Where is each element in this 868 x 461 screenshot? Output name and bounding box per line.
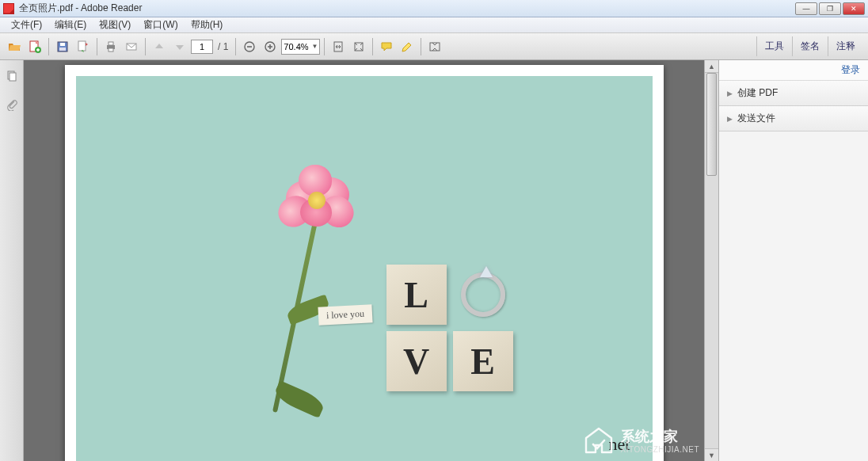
love-tag: i love you — [318, 304, 372, 326]
tile-letter-e: E — [453, 331, 513, 391]
pdf-page: i love you L V E net — [65, 65, 664, 461]
tile-letter-l: L — [386, 265, 447, 325]
document-viewport[interactable]: i love you L V E net 系统之家 XITONGZHIJIA.N… — [24, 60, 704, 461]
chevron-right-icon: ▶ — [727, 90, 733, 97]
close-button[interactable]: ✕ — [843, 2, 865, 15]
menu-help[interactable]: 帮助(H) — [185, 17, 230, 33]
chevron-down-icon: ▼ — [312, 43, 318, 50]
panel-item-send-file[interactable]: ▶ 发送文件 — [719, 106, 868, 131]
read-mode-icon[interactable] — [425, 37, 444, 56]
zoom-value-label: 70.4% — [284, 42, 308, 51]
panel-item-label: 创建 PDF — [737, 86, 778, 100]
corner-text: net — [609, 434, 630, 455]
svg-rect-16 — [10, 73, 16, 81]
open-icon[interactable] — [5, 37, 24, 56]
svg-rect-7 — [108, 42, 113, 45]
sign-link[interactable]: 签名 — [792, 36, 828, 56]
app-icon — [3, 3, 14, 14]
email-icon[interactable] — [122, 37, 141, 56]
svg-rect-8 — [108, 48, 113, 51]
menu-file[interactable]: 文件(F) — [5, 17, 48, 33]
page-total-label: / 1 — [215, 41, 231, 52]
minimize-button[interactable]: — — [795, 2, 817, 15]
flower-leaf — [272, 380, 326, 418]
login-link[interactable]: 登录 — [719, 60, 868, 81]
maximize-button[interactable]: ❐ — [819, 2, 841, 15]
page-up-icon[interactable] — [150, 37, 169, 56]
toolbar: / 1 70.4% ▼ 工具 签名 注释 — [0, 33, 868, 60]
print-icon[interactable] — [101, 37, 120, 56]
menu-view[interactable]: 视图(V) — [93, 17, 137, 33]
comment-bubble-icon[interactable] — [377, 37, 396, 56]
thumbnails-icon[interactable] — [4, 68, 20, 84]
fit-page-icon[interactable] — [349, 37, 368, 56]
menu-edit[interactable]: 编辑(E) — [48, 17, 93, 33]
svg-rect-5 — [78, 41, 86, 51]
svg-rect-3 — [60, 43, 65, 46]
panel-item-create-pdf[interactable]: ▶ 创建 PDF — [719, 81, 868, 106]
save-icon[interactable] — [53, 37, 72, 56]
scroll-down-icon[interactable]: ▼ — [705, 448, 718, 461]
panel-item-label: 发送文件 — [737, 112, 775, 125]
ring-as-o — [453, 265, 513, 325]
comment-link[interactable]: 注释 — [828, 36, 863, 56]
window-titlebar: 全页照片.pdf - Adobe Reader — ❐ ✕ — [0, 0, 868, 17]
vertical-scrollbar[interactable]: ▲ ▼ — [704, 60, 718, 461]
highlight-icon[interactable] — [398, 37, 417, 56]
svg-rect-14 — [430, 43, 440, 51]
svg-rect-4 — [59, 48, 66, 51]
window-title: 全页照片.pdf - Adobe Reader — [19, 2, 795, 15]
navigation-pane — [0, 60, 24, 461]
chevron-right-icon: ▶ — [727, 115, 733, 123]
tools-link[interactable]: 工具 — [756, 36, 792, 56]
fit-width-icon[interactable] — [329, 37, 348, 56]
zoom-in-icon[interactable] — [261, 37, 280, 56]
flower-bloom — [278, 163, 357, 234]
attachments-icon[interactable] — [4, 97, 20, 112]
photo-content: i love you L V E net — [76, 76, 653, 461]
main-area: i love you L V E net 系统之家 XITONGZHIJIA.N… — [0, 60, 868, 461]
scroll-thumb[interactable] — [706, 73, 717, 176]
tile-letter-v: V — [386, 331, 447, 391]
convert-icon[interactable] — [74, 37, 93, 56]
zoom-out-icon[interactable] — [240, 37, 259, 56]
zoom-level-select[interactable]: 70.4% ▼ — [281, 39, 320, 55]
page-down-icon[interactable] — [170, 37, 189, 56]
create-pdf-icon[interactable] — [25, 37, 44, 56]
page-number-input[interactable] — [191, 40, 213, 54]
window-controls: — ❐ ✕ — [795, 2, 865, 15]
scroll-up-icon[interactable]: ▲ — [705, 60, 718, 73]
menu-window[interactable]: 窗口(W) — [137, 17, 184, 33]
tools-panel: 登录 ▶ 创建 PDF ▶ 发送文件 — [718, 60, 868, 461]
menu-bar: 文件(F) 编辑(E) 视图(V) 窗口(W) 帮助(H) — [0, 17, 868, 33]
